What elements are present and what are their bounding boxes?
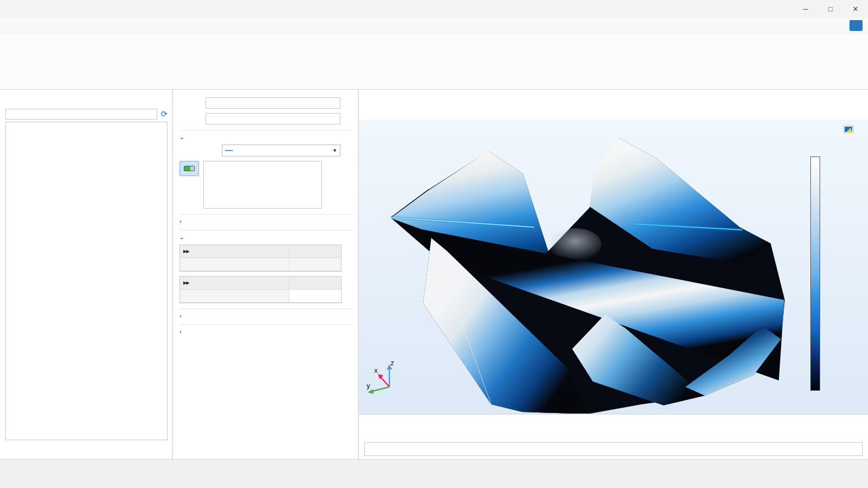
messages-toolbar xyxy=(359,429,868,441)
model-builder-toolbar xyxy=(5,95,168,108)
section-dependent-variables[interactable]: › xyxy=(179,329,352,335)
graphics-canvas[interactable]: z x y xyxy=(359,121,868,414)
active-toggle-button[interactable] xyxy=(179,161,199,176)
model-builder-panel: ⟳ xyxy=(0,90,173,459)
label-input[interactable] xyxy=(206,97,340,109)
refresh-icon[interactable]: ⟳ xyxy=(160,109,168,119)
graphics-tabs xyxy=(359,90,868,106)
units-table-dependent: ▶▶ xyxy=(179,245,342,272)
colorbar xyxy=(810,157,820,391)
maximize-button[interactable]: □ xyxy=(818,0,843,17)
graphics-panel: z x y xyxy=(359,90,868,459)
minimize-button[interactable]: ─ xyxy=(793,0,818,17)
information-panel xyxy=(359,414,868,459)
section-discretization[interactable]: › xyxy=(179,313,352,319)
axis-label-z: z xyxy=(390,359,394,367)
close-button[interactable]: ✕ xyxy=(843,0,868,17)
filter-input[interactable] xyxy=(5,109,157,120)
surface-plot xyxy=(359,121,867,414)
menu-bar xyxy=(0,17,868,34)
units-table-source: ▶▶ xyxy=(179,276,342,303)
settings-panel: ⌄ ▼ xyxy=(173,90,359,459)
section-units[interactable]: ⌄ xyxy=(179,234,352,240)
information-tabs xyxy=(359,415,868,429)
plot-thumbnail-icon[interactable] xyxy=(843,125,854,134)
model-tree xyxy=(5,122,168,440)
messages-output-box[interactable] xyxy=(364,442,863,456)
selection-listbox[interactable] xyxy=(203,161,322,209)
window-controls: ─ □ ✕ xyxy=(793,0,868,17)
axis-label-x: x xyxy=(374,366,378,374)
name-input[interactable] xyxy=(206,113,340,124)
selection-dropdown[interactable]: ▼ xyxy=(222,145,340,157)
section-equation[interactable]: › xyxy=(179,218,352,224)
title-bar: ─ □ ✕ xyxy=(0,0,868,17)
axis-label-y: y xyxy=(367,381,370,390)
graphics-toolbar xyxy=(359,106,868,121)
status-bar xyxy=(0,460,868,488)
ribbon xyxy=(0,34,868,90)
axis-orientation-indicator: z x y xyxy=(367,359,401,398)
custom-unit-cell[interactable] xyxy=(289,290,341,303)
help-button[interactable] xyxy=(850,20,863,31)
comsol-window: ─ □ ✕ ⟳ xyxy=(0,0,868,488)
section-domain-selection[interactable]: ⌄ xyxy=(179,134,352,140)
